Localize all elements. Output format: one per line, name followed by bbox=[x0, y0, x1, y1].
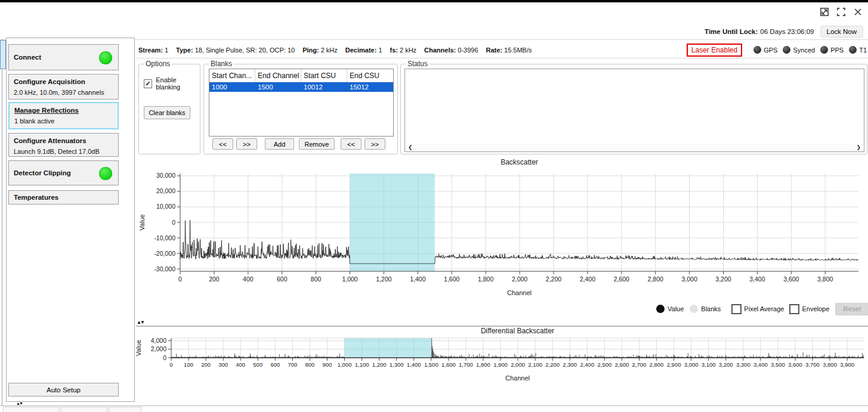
window-controls bbox=[818, 5, 864, 18]
lock-now-button[interactable]: Lock Now bbox=[820, 26, 864, 38]
pixel-average-checkbox[interactable] bbox=[731, 304, 742, 314]
detector-clipping-status-lamp bbox=[99, 167, 112, 180]
options-title: Options bbox=[144, 60, 172, 68]
envelope-checkbox[interactable] bbox=[789, 304, 799, 314]
svg-text:1,000: 1,000 bbox=[338, 361, 352, 368]
svg-text:-30,000: -30,000 bbox=[154, 265, 175, 272]
status-groupbox: Status ❮ ❯ bbox=[400, 64, 867, 154]
blanks-title: Blanks bbox=[209, 60, 234, 68]
svg-text:1,300: 1,300 bbox=[390, 361, 404, 368]
sidebar-item-connect[interactable]: Connect bbox=[8, 44, 119, 70]
bottom-tab-3[interactable] bbox=[109, 407, 141, 412]
scroll-left-arrow[interactable]: ❮ bbox=[408, 144, 413, 150]
svg-text:2,600: 2,600 bbox=[615, 361, 629, 368]
svg-text:300: 300 bbox=[218, 361, 228, 368]
svg-text:400: 400 bbox=[236, 361, 245, 368]
sidebar-item-manage-reflections[interactable]: Manage Reflections 1 blank active bbox=[8, 102, 119, 129]
laser-status-badge: Laser Enabled bbox=[687, 44, 742, 57]
svg-text:200: 200 bbox=[209, 275, 220, 283]
svg-text:3,000: 3,000 bbox=[684, 361, 699, 368]
chart-splitter-handle[interactable]: ▲▼ bbox=[137, 320, 144, 325]
scroll-right-arrow[interactable]: ❯ bbox=[856, 144, 861, 150]
svg-text:1,400: 1,400 bbox=[407, 361, 421, 368]
svg-text:3,000: 3,000 bbox=[681, 275, 697, 283]
bottom-tab-2[interactable] bbox=[61, 407, 107, 412]
time-until-lock-value: 06 Days 23:06:09 bbox=[760, 28, 814, 35]
svg-text:3,400: 3,400 bbox=[749, 275, 765, 283]
sidebar-panel: Connect Configure Acquisition 2.0 kHz, 1… bbox=[6, 38, 135, 402]
svg-text:1,200: 1,200 bbox=[372, 361, 387, 368]
column-header-end-channel[interactable]: End Channel bbox=[255, 69, 301, 82]
svg-text:0: 0 bbox=[172, 219, 175, 226]
pixel-average-label: Pixel Average bbox=[744, 305, 784, 312]
auto-setup-button[interactable]: Auto Setup bbox=[8, 383, 119, 396]
blanks-series-dot[interactable] bbox=[690, 305, 698, 313]
gps-lamp bbox=[753, 46, 761, 54]
svg-text:10,000: 10,000 bbox=[156, 203, 175, 210]
popout-icon[interactable] bbox=[818, 5, 831, 18]
backscatter-chart[interactable]: Backscatter02004006008001,0001,2001,4001… bbox=[136, 156, 868, 301]
sidebar-item-temperatures[interactable]: Temperatures bbox=[8, 190, 119, 205]
add-blank-button[interactable]: Add bbox=[265, 138, 294, 150]
svg-text:1,700: 1,700 bbox=[459, 361, 473, 368]
svg-text:Value: Value bbox=[136, 340, 142, 356]
move-end-right-button[interactable]: >> bbox=[365, 138, 385, 150]
svg-text:600: 600 bbox=[277, 275, 288, 283]
reset-button[interactable]: Reset bbox=[835, 303, 868, 315]
svg-text:2,900: 2,900 bbox=[667, 361, 681, 368]
svg-text:20,000: 20,000 bbox=[156, 187, 175, 194]
bottom-splitter-line[interactable] bbox=[0, 405, 868, 406]
svg-text:3,100: 3,100 bbox=[702, 361, 716, 368]
blanks-table: Start Chan... End Channel Start CSU End … bbox=[209, 69, 394, 137]
remove-blank-button[interactable]: Remove bbox=[299, 138, 335, 150]
move-end-left-button[interactable]: << bbox=[341, 138, 362, 150]
sidebar-item-configure-acquisition[interactable]: Configure Acquisition 2.0 kHz, 10.0m, 39… bbox=[8, 74, 119, 100]
svg-text:800: 800 bbox=[311, 275, 322, 283]
value-series-label[interactable]: Value bbox=[668, 305, 684, 312]
enable-blanking-row[interactable]: Enable blanking bbox=[144, 76, 200, 91]
svg-text:Channel: Channel bbox=[505, 374, 530, 382]
status-list[interactable]: ❮ ❯ bbox=[404, 69, 864, 152]
clear-blanks-button[interactable]: Clear blanks bbox=[144, 106, 190, 119]
svg-text:1,000: 1,000 bbox=[342, 275, 357, 283]
svg-text:2,000: 2,000 bbox=[512, 275, 527, 283]
svg-text:1,600: 1,600 bbox=[441, 361, 456, 368]
window-top-edge bbox=[0, 0, 868, 2]
sidebar-item-configure-attenuators[interactable]: Configure Attenuators Launch 9.1dB, Dete… bbox=[8, 133, 119, 157]
indicator-synced: Synced bbox=[783, 46, 815, 54]
svg-text:2,700: 2,700 bbox=[632, 361, 647, 368]
bottom-tab-1[interactable] bbox=[3, 407, 60, 412]
move-start-right-button[interactable]: >> bbox=[236, 138, 257, 150]
options-groupbox: Options Enable blanking Clear blanks bbox=[138, 64, 200, 154]
svg-text:2,500: 2,500 bbox=[597, 361, 611, 368]
svg-text:2,300: 2,300 bbox=[563, 361, 577, 368]
svg-text:2,200: 2,200 bbox=[545, 361, 560, 368]
close-icon[interactable] bbox=[851, 5, 864, 18]
differential-backscatter-chart[interactable]: Differential Backscatter0100200300400500… bbox=[136, 327, 868, 389]
svg-text:800: 800 bbox=[305, 361, 315, 368]
enable-blanking-checkbox[interactable] bbox=[144, 79, 152, 88]
svg-text:3,800: 3,800 bbox=[823, 361, 837, 368]
move-start-left-button[interactable]: << bbox=[212, 138, 233, 150]
acquisition-info-bar: Stream:1 Type:18, Single Pulse, SR: 20, … bbox=[136, 42, 868, 58]
sidebar-item-detector-clipping[interactable]: Detector Clipping bbox=[8, 160, 119, 185]
status-horizontal-scrollbar[interactable]: ❮ ❯ bbox=[406, 143, 863, 151]
svg-text:0: 0 bbox=[178, 275, 182, 283]
blanks-table-header: Start Chan... End Channel Start CSU End … bbox=[209, 69, 393, 82]
column-header-start-csu[interactable]: Start CSU bbox=[301, 69, 347, 82]
value-series-dot[interactable] bbox=[656, 305, 665, 313]
column-header-end-csu[interactable]: End CSU bbox=[347, 69, 393, 82]
blanks-table-row-selected[interactable]: 1000 1500 10012 15012 bbox=[209, 82, 393, 92]
envelope-label: Envelope bbox=[802, 305, 829, 312]
maximize-icon[interactable] bbox=[835, 5, 848, 18]
indicator-pps: PPS bbox=[820, 46, 844, 54]
blanks-series-label[interactable]: Blanks bbox=[701, 305, 721, 312]
chart-legend: Value Blanks Pixel Average Envelope Rese… bbox=[656, 302, 868, 316]
svg-text:2,400: 2,400 bbox=[580, 275, 595, 283]
column-header-start-channel[interactable]: Start Chan... bbox=[209, 69, 255, 82]
svg-text:0: 0 bbox=[163, 354, 166, 361]
svg-text:3,800: 3,800 bbox=[817, 275, 833, 283]
collapsed-panel-tab[interactable] bbox=[0, 40, 6, 69]
synced-lamp bbox=[783, 46, 790, 54]
svg-text:3,500: 3,500 bbox=[771, 361, 785, 368]
